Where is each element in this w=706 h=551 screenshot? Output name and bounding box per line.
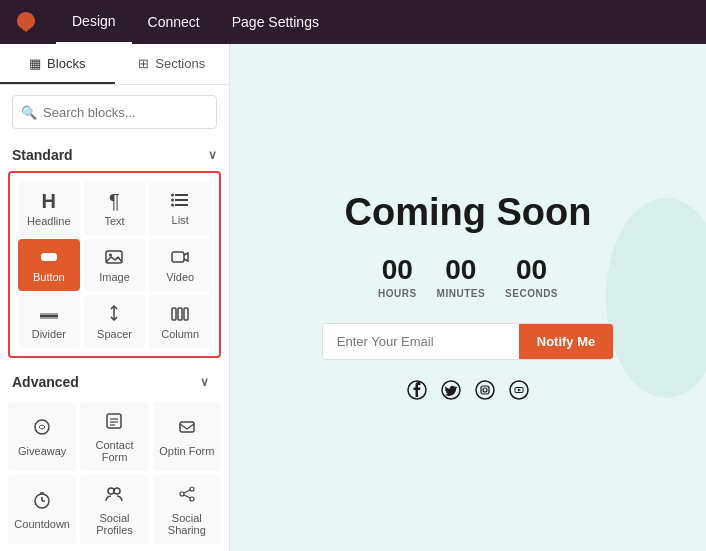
- minutes-value: 00: [445, 254, 476, 286]
- sidebar: ▦ Blocks ⊞ Sections 🔍 Standard ∨: [0, 44, 230, 551]
- advanced-blocks-grid: Giveaway Contact Form Optin Form: [8, 402, 221, 544]
- main-content: Coming Soon 00 HOURS 00 MINUTES 00 SECON…: [230, 44, 706, 551]
- video-icon: [171, 249, 189, 267]
- list-icon: [171, 192, 189, 210]
- image-label: Image: [99, 271, 130, 283]
- instagram-icon[interactable]: [475, 380, 495, 405]
- hours-label: HOURS: [378, 288, 417, 299]
- list-label: List: [172, 214, 189, 226]
- text-icon: ¶: [109, 191, 120, 211]
- advanced-label: Advanced: [12, 374, 79, 390]
- advanced-chevron[interactable]: ∨: [200, 375, 209, 389]
- block-optin-form[interactable]: Optin Form: [153, 402, 221, 471]
- divider-icon: [40, 306, 58, 324]
- countdown-label: Countdown: [14, 518, 70, 530]
- svg-point-39: [488, 386, 489, 387]
- block-social-profiles[interactable]: Social Profiles: [80, 475, 148, 544]
- social-profiles-icon: [105, 485, 123, 508]
- headline-icon: H: [42, 191, 56, 211]
- block-headline[interactable]: H Headline: [18, 181, 80, 235]
- seconds-label: SECONDS: [505, 288, 558, 299]
- text-label: Text: [104, 215, 124, 227]
- standard-chevron[interactable]: ∨: [208, 148, 217, 162]
- giveaway-icon: [33, 418, 51, 441]
- minutes-label: MINUTES: [437, 288, 486, 299]
- coming-soon-card: Coming Soon 00 HOURS 00 MINUTES 00 SECON…: [282, 151, 655, 445]
- block-divider[interactable]: Divider: [18, 295, 80, 348]
- svg-rect-16: [184, 308, 188, 320]
- coming-soon-title: Coming Soon: [322, 191, 615, 234]
- image-icon: [105, 249, 123, 267]
- svg-rect-9: [172, 252, 184, 262]
- advanced-section: Advanced ∨ Giveaway Contact Form: [0, 366, 229, 551]
- tab-blocks[interactable]: ▦ Blocks: [0, 44, 115, 84]
- countdown-minutes: 00 MINUTES: [437, 254, 486, 299]
- sections-tab-icon: ⊞: [138, 56, 149, 71]
- svg-point-27: [108, 488, 114, 494]
- nav-tab-design[interactable]: Design: [56, 0, 132, 44]
- video-label: Video: [166, 271, 194, 283]
- search-input[interactable]: [12, 95, 217, 129]
- blocks-tab-icon: ▦: [29, 56, 41, 71]
- giveaway-label: Giveaway: [18, 445, 66, 457]
- social-row: [322, 380, 615, 405]
- column-icon: [171, 306, 189, 324]
- block-spacer[interactable]: Spacer: [84, 295, 146, 348]
- facebook-icon[interactable]: [407, 380, 427, 405]
- svg-rect-22: [180, 422, 194, 432]
- sections-tab-label: Sections: [155, 56, 205, 71]
- block-video[interactable]: Video: [149, 239, 211, 291]
- standard-blocks-grid: H Headline ¶ Text List: [18, 181, 211, 348]
- svg-point-30: [180, 492, 184, 496]
- notify-button[interactable]: Notify Me: [519, 324, 614, 359]
- button-label: Button: [33, 271, 65, 283]
- svg-point-28: [114, 488, 120, 494]
- headline-label: Headline: [27, 215, 70, 227]
- block-button[interactable]: Button: [18, 239, 80, 291]
- svg-point-8: [109, 254, 112, 257]
- block-image[interactable]: Image: [84, 239, 146, 291]
- nav-tab-connect[interactable]: Connect: [132, 0, 216, 44]
- countdown-row: 00 HOURS 00 MINUTES 00 SECONDS: [322, 254, 615, 299]
- block-list[interactable]: List: [149, 181, 211, 235]
- blocks-tab-label: Blocks: [47, 56, 85, 71]
- logo: [12, 8, 40, 36]
- block-text[interactable]: ¶ Text: [84, 181, 146, 235]
- block-social-sharing[interactable]: Social Sharing: [153, 475, 221, 544]
- twitter-icon[interactable]: [441, 380, 461, 405]
- svg-rect-15: [178, 308, 182, 320]
- svg-point-17: [35, 420, 49, 434]
- social-profiles-label: Social Profiles: [84, 512, 144, 536]
- nav-tab-page-settings[interactable]: Page Settings: [216, 0, 335, 44]
- column-label: Column: [161, 328, 199, 340]
- block-contact-form[interactable]: Contact Form: [80, 402, 148, 471]
- social-sharing-icon: [178, 485, 196, 508]
- svg-point-31: [190, 497, 194, 501]
- svg-rect-14: [172, 308, 176, 320]
- countdown-seconds: 00 SECONDS: [505, 254, 558, 299]
- divider-label: Divider: [32, 328, 66, 340]
- svg-line-32: [184, 490, 190, 493]
- svg-point-36: [476, 381, 494, 399]
- svg-point-4: [171, 199, 174, 202]
- svg-point-29: [190, 487, 194, 491]
- block-giveaway[interactable]: Giveaway: [8, 402, 76, 471]
- sidebar-tabs: ▦ Blocks ⊞ Sections: [0, 44, 229, 85]
- email-input[interactable]: [323, 324, 519, 359]
- block-column[interactable]: Column: [149, 295, 211, 348]
- tab-sections[interactable]: ⊞ Sections: [115, 44, 230, 84]
- search-wrap: 🔍: [12, 95, 217, 129]
- svg-point-5: [171, 204, 174, 207]
- main-layout: ▦ Blocks ⊞ Sections 🔍 Standard ∨: [0, 44, 706, 551]
- spacer-label: Spacer: [97, 328, 132, 340]
- button-icon: [40, 249, 58, 267]
- youtube-icon[interactable]: [509, 380, 529, 405]
- optin-form-label: Optin Form: [159, 445, 214, 457]
- block-countdown[interactable]: Countdown: [8, 475, 76, 544]
- standard-section-header: Standard ∨: [0, 139, 229, 171]
- standard-label: Standard: [12, 147, 73, 163]
- search-icon: 🔍: [21, 105, 37, 120]
- countdown-icon: [33, 491, 51, 514]
- standard-blocks-section: H Headline ¶ Text List: [8, 171, 221, 358]
- advanced-section-header: Advanced ∨: [8, 366, 221, 398]
